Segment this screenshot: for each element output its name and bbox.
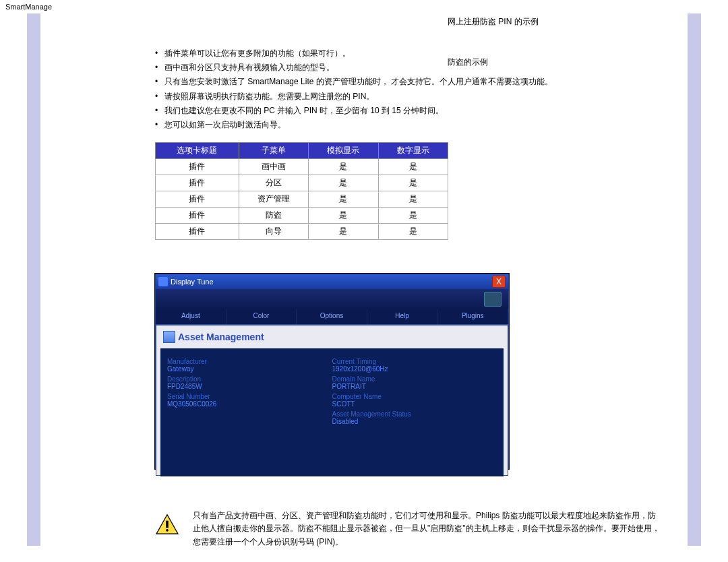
tab-adjust[interactable]: Adjust xyxy=(156,309,226,324)
warning-note: 只有当产品支持画中画、分区、资产管理和防盗功能时，它们才可使用和显示。Phili… xyxy=(155,509,661,549)
banner-button[interactable] xyxy=(484,292,502,307)
right-margin-bar xyxy=(688,13,701,546)
table-row: 插件分区是是 xyxy=(156,175,448,191)
list-item: 画中画和分区只支持具有视频输入功能的型号。 xyxy=(155,61,661,74)
field-label: Current Timing xyxy=(332,358,497,365)
warning-icon xyxy=(155,513,179,535)
tab-help[interactable]: Help xyxy=(367,309,438,324)
window-title: Display Tune xyxy=(171,278,492,286)
tab-plugins[interactable]: Plugins xyxy=(437,309,508,324)
table-cell: 分区 xyxy=(239,175,308,191)
display-tune-window: Display Tune X Adjust Color Options Help… xyxy=(155,274,509,469)
warning-text: 只有当产品支持画中画、分区、资产管理和防盗功能时，它们才可使用和显示。Phili… xyxy=(193,509,661,549)
close-button[interactable]: X xyxy=(492,276,506,288)
table-cell: 插件 xyxy=(156,175,239,191)
table-cell: 插件 xyxy=(156,224,239,240)
window-banner xyxy=(156,289,508,309)
table-cell: 是 xyxy=(378,208,448,224)
table-cell: 防盗 xyxy=(239,208,308,224)
th-digital: 数字显示 xyxy=(378,143,448,159)
table-cell: 是 xyxy=(309,159,378,175)
field-value: SCOTT xyxy=(332,400,497,408)
list-item: 插件菜单可以让您有更多附加的功能（如果可行）。 xyxy=(155,47,661,60)
table-row: 插件画中画是是 xyxy=(156,159,448,175)
field-label: Asset Management Status xyxy=(332,410,497,418)
field-label: Serial Number xyxy=(167,393,332,400)
window-tabs: Adjust Color Options Help Plugins xyxy=(156,309,508,325)
table-cell: 是 xyxy=(378,159,448,175)
panel-body: Asset Management ManufacturerGatewayDesc… xyxy=(156,325,508,476)
field-label: Description xyxy=(167,375,332,383)
th-tab-title: 选项卡标题 xyxy=(156,143,239,159)
table-cell: 是 xyxy=(309,191,378,208)
field-value: PORTRAIT xyxy=(332,383,497,390)
table-row: 插件向导是是 xyxy=(156,224,448,240)
table-cell: 插件 xyxy=(156,159,239,175)
asset-icon xyxy=(163,331,175,343)
field-label: Computer Name xyxy=(332,393,497,400)
panel-title: Asset Management xyxy=(178,332,264,342)
feature-table: 选项卡标题 子菜单 模拟显示 数字显示 插件画中画是是插件分区是是插件资产管理是… xyxy=(155,142,448,240)
svg-rect-1 xyxy=(166,521,169,528)
table-cell: 是 xyxy=(378,175,448,191)
table-row: 插件防盗是是 xyxy=(156,208,448,224)
table-cell: 资产管理 xyxy=(239,191,308,208)
app-icon xyxy=(158,277,168,286)
field-value: Disabled xyxy=(332,418,497,425)
main-content: 网上注册防盗 PIN 的示例 防盗的示例 插件菜单可以让您有更多附加的功能（如果… xyxy=(155,13,688,562)
list-item: 请按照屏幕说明执行防盗功能。您需要上网注册您的 PIN。 xyxy=(155,90,661,103)
asset-data: ManufacturerGatewayDescriptionFPD2485WSe… xyxy=(160,348,504,476)
field-label: Domain Name xyxy=(332,375,497,383)
table-cell: 是 xyxy=(309,208,378,224)
field-label: Manufacturer xyxy=(167,358,332,365)
window-titlebar: Display Tune X xyxy=(156,274,508,289)
table-cell: 是 xyxy=(378,191,448,208)
panel-header: Asset Management xyxy=(160,330,504,344)
tab-color[interactable]: Color xyxy=(226,309,297,324)
tab-options[interactable]: Options xyxy=(297,309,367,324)
table-row: 插件资产管理是是 xyxy=(156,191,448,208)
field-value: 1920x1200@60Hz xyxy=(332,365,497,373)
left-margin-bar xyxy=(27,13,40,546)
th-analog: 模拟显示 xyxy=(309,143,378,159)
table-cell: 是 xyxy=(309,175,378,191)
field-value: MQ30506C0026 xyxy=(167,400,332,408)
list-item: 您可以如第一次启动时激活向导。 xyxy=(155,119,661,131)
list-item: 只有当您安装时激活了 SmartManage Lite 的资产管理功能时， 才会… xyxy=(155,75,661,88)
table-cell: 插件 xyxy=(156,191,239,208)
table-cell: 画中画 xyxy=(239,159,308,175)
table-cell: 向导 xyxy=(239,224,308,240)
svg-point-2 xyxy=(166,529,169,532)
table-cell: 是 xyxy=(309,224,378,240)
field-value: FPD2485W xyxy=(167,383,332,390)
pin-example-link[interactable]: 网上注册防盗 PIN 的示例 xyxy=(448,16,539,28)
table-cell: 插件 xyxy=(156,208,239,224)
page-header: SmartManage xyxy=(0,0,728,13)
page-body: 网上注册防盗 PIN 的示例 防盗的示例 插件菜单可以让您有更多附加的功能（如果… xyxy=(27,13,701,562)
bullet-list: 插件菜单可以让您有更多附加的功能（如果可行）。 画中画和分区只支持具有视频输入功… xyxy=(155,47,661,131)
field-value: Gateway xyxy=(167,365,332,373)
list-item: 我们也建议您在更改不同的 PC 并输入 PIN 时，至少留有 10 到 15 分… xyxy=(155,104,661,117)
th-submenu: 子菜单 xyxy=(239,143,308,159)
table-cell: 是 xyxy=(378,224,448,240)
